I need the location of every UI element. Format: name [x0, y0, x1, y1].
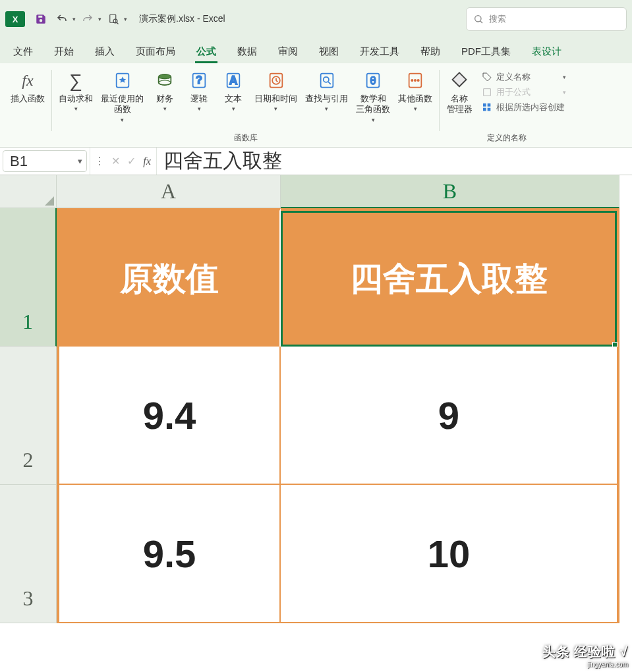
formula-bar-buttons: ⋮ ✕ ✓ fx [90, 148, 156, 175]
preview-icon [107, 13, 119, 25]
chevron-down-icon: ▾ [325, 105, 328, 113]
redo-dropdown[interactable]: ▾ [98, 16, 101, 22]
chevron-down-icon: ▾ [414, 105, 417, 113]
ribbon-tabs: 文件 开始 插入 页面布局 公式 数据 审阅 视图 开发工具 帮助 PDF工具集… [0, 38, 632, 63]
svg-rect-12 [320, 74, 333, 88]
select-all-corner[interactable] [0, 175, 57, 208]
tab-home[interactable]: 开始 [46, 40, 82, 63]
name-manager-button[interactable]: 名称 管理器 [444, 66, 475, 117]
svg-rect-20 [483, 103, 486, 107]
save-button[interactable] [32, 10, 50, 28]
spreadsheet-grid: A B 1 原数值 四舍五入取整 2 9.4 9 3 9.5 10 [0, 175, 632, 623]
name-box[interactable]: B1 ▾ [3, 150, 87, 172]
datetime-button[interactable]: 日期和时间 ▾ [252, 66, 300, 115]
cell-B2[interactable]: 9 [281, 347, 619, 485]
svg-text:A: A [229, 74, 238, 87]
qat-overflow[interactable]: ▾ [124, 16, 127, 22]
function-library-label: 函数库 [56, 130, 435, 146]
print-preview-button[interactable] [104, 10, 123, 28]
recently-used-button[interactable]: 最近使用的 函数▾ [98, 66, 146, 125]
svg-rect-22 [483, 108, 486, 111]
defined-names-label: 定义的名称 [444, 130, 570, 146]
svg-rect-23 [488, 108, 491, 111]
tab-data[interactable]: 数据 [229, 40, 265, 63]
tab-formulas[interactable]: 公式 [188, 40, 224, 63]
cell-A1[interactable]: 原数值 [57, 208, 281, 347]
redo-icon [82, 13, 94, 25]
svg-point-5 [159, 80, 171, 85]
title-bar: X ▾ ▾ ▾ 演示案例.xlsx - Excel 搜索 [0, 0, 632, 38]
column-header-A[interactable]: A [57, 175, 281, 208]
formula-input[interactable]: 四舍五入取整 [156, 148, 632, 175]
chevron-down-icon: ▾ [121, 117, 124, 124]
formula-bar: B1 ▾ ⋮ ✕ ✓ fx 四舍五入取整 [0, 148, 632, 175]
group-function-library: ∑ 自动求和 ▾ 最近使用的 函数▾ 财务 ▾ ? [53, 66, 438, 147]
fx-icon[interactable]: fx [140, 155, 154, 167]
search-box[interactable]: 搜索 [466, 7, 627, 31]
cell-A2[interactable]: 9.4 [57, 347, 281, 485]
svg-point-2 [475, 16, 481, 22]
window-title: 演示案例.xlsx - Excel [139, 13, 225, 25]
svg-point-4 [159, 74, 171, 79]
use-in-formula-button[interactable]: 用于公式 ▾ [478, 85, 570, 99]
insert-function-button[interactable]: fx 插入函数 [8, 66, 47, 105]
tab-developer[interactable]: 开发工具 [352, 40, 407, 63]
svg-text:θ: θ [370, 74, 376, 86]
tab-review[interactable]: 审阅 [270, 40, 306, 63]
name-box-dropdown[interactable]: ▾ [73, 156, 86, 166]
svg-rect-21 [488, 103, 491, 107]
tab-table-design[interactable]: 表设计 [524, 40, 569, 63]
lookup-button[interactable]: 查找与引用 ▾ [302, 66, 351, 115]
enter-icon[interactable]: ✓ [125, 155, 138, 167]
financial-button[interactable]: 财务 ▾ [149, 66, 181, 115]
svg-rect-0 [110, 14, 116, 22]
row-header-2[interactable]: 2 [0, 347, 57, 485]
svg-point-18 [415, 80, 416, 81]
cell-A3[interactable]: 9.5 [57, 485, 281, 623]
name-box-value[interactable]: B1 [3, 153, 73, 170]
logical-icon: ? [188, 70, 210, 91]
more-functions-button[interactable]: 其他函数 ▾ [395, 66, 435, 115]
cancel-icon[interactable]: ✕ [109, 155, 122, 167]
grid-small-icon [482, 102, 492, 113]
cell-B1[interactable]: 四舍五入取整 [281, 208, 619, 347]
math-trig-button[interactable]: θ 数学和 三角函数▾ [353, 66, 393, 125]
logical-button[interactable]: ? 逻辑 ▾ [183, 66, 215, 115]
undo-dropdown[interactable]: ▾ [72, 16, 76, 22]
quick-access-toolbar: ▾ ▾ ▾ [32, 10, 127, 28]
tab-help[interactable]: 帮助 [413, 40, 448, 63]
svg-point-19 [418, 80, 419, 81]
define-name-button[interactable]: 定义名称 ▾ [478, 70, 570, 84]
fx-icon: fx [17, 70, 38, 91]
row-header-3[interactable]: 3 [0, 485, 57, 623]
svg-point-17 [411, 80, 413, 81]
tab-insert[interactable]: 插入 [87, 40, 123, 63]
tab-page-layout[interactable]: 页面布局 [128, 40, 183, 63]
column-header-B[interactable]: B [281, 175, 619, 208]
autosum-button[interactable]: ∑ 自动求和 ▾ [56, 66, 96, 115]
svg-text:?: ? [196, 74, 202, 86]
app-icon: X [5, 11, 25, 27]
lookup-icon [316, 70, 337, 91]
text-button[interactable]: A 文本 ▾ [217, 66, 249, 115]
chevron-down-icon: ▾ [232, 105, 235, 113]
search-icon [473, 14, 484, 24]
chevron-down-icon: ▾ [74, 105, 78, 113]
star-icon [112, 70, 133, 91]
create-from-selection-button[interactable]: 根据所选内容创建 [478, 100, 570, 115]
insert-function-label: 插入函数 [11, 94, 45, 104]
chevron-down-icon: ▾ [372, 117, 375, 124]
expand-icon[interactable]: ⋮ [93, 155, 106, 167]
svg-point-13 [323, 77, 328, 82]
row-header-1[interactable]: 1 [0, 208, 57, 347]
text-icon: A [223, 70, 244, 91]
tab-file[interactable]: 文件 [5, 40, 41, 63]
chevron-down-icon: ▾ [163, 105, 167, 113]
undo-button[interactable] [53, 10, 71, 28]
tab-view[interactable]: 视图 [311, 40, 347, 63]
chevron-down-icon: ▾ [274, 105, 277, 113]
tab-pdf-tools[interactable]: PDF工具集 [453, 40, 519, 63]
cell-B3[interactable]: 10 [281, 485, 619, 623]
undo-icon [56, 13, 68, 25]
redo-button[interactable] [78, 10, 97, 28]
